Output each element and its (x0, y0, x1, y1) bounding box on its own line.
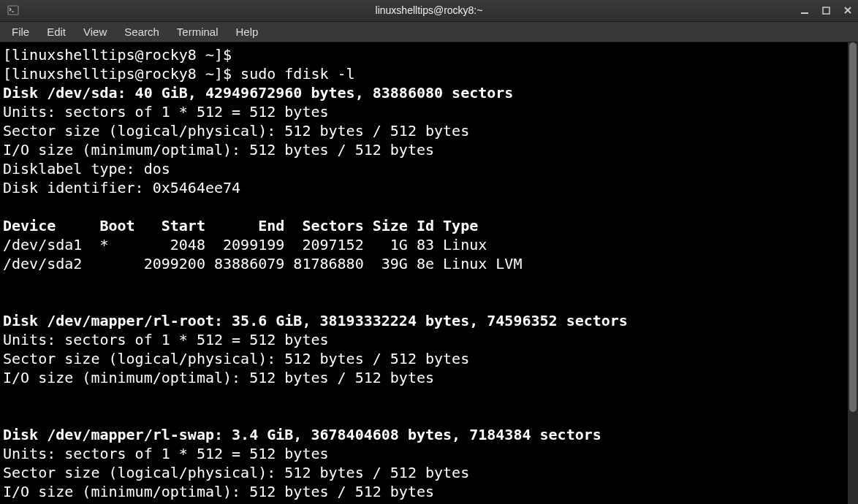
scrollbar[interactable] (848, 42, 858, 504)
command-text: sudo fdisk -l (240, 65, 355, 83)
titlebar: linuxshelltips@rocky8:~ (0, 0, 858, 22)
prompt-line-2: [linuxshelltips@rocky8 ~]$ (3, 65, 240, 83)
prompt-line-1: [linuxshelltips@rocky8 ~]$ (3, 46, 240, 64)
partition-row-1: /dev/sda1 * 2048 2099199 2097152 1G 83 L… (3, 236, 487, 253)
menubar: File Edit View Search Terminal Help (0, 22, 858, 42)
menu-file[interactable]: File (3, 23, 38, 41)
maximize-button[interactable] (822, 7, 830, 15)
disk2-header: Disk /dev/mapper/rl-root: 35.6 GiB, 3819… (3, 312, 628, 329)
terminal-output[interactable]: [linuxshelltips@rocky8 ~]$ [linuxshellti… (0, 42, 848, 504)
disk3-units: Units: sectors of 1 * 512 = 512 bytes (3, 445, 329, 462)
terminal-window: linuxshelltips@rocky8:~ File Edit View S… (0, 0, 858, 504)
menu-help[interactable]: Help (227, 23, 267, 41)
disk1-label: Disklabel type: dos (3, 160, 170, 177)
window-controls (800, 6, 852, 15)
disk3-header: Disk /dev/mapper/rl-swap: 3.4 GiB, 36784… (3, 426, 601, 443)
minimize-button[interactable] (800, 6, 809, 15)
disk3-sector: Sector size (logical/physical): 512 byte… (3, 464, 469, 481)
partition-row-2: /dev/sda2 2099200 83886079 81786880 39G … (3, 255, 522, 272)
disk3-io: I/O size (minimum/optimal): 512 bytes / … (3, 483, 434, 500)
close-button[interactable] (843, 6, 852, 15)
svg-rect-0 (8, 6, 18, 15)
disk2-sector: Sector size (logical/physical): 512 byte… (3, 350, 469, 367)
disk1-io: I/O size (minimum/optimal): 512 bytes / … (3, 141, 434, 159)
terminal-app-icon (6, 3, 20, 18)
disk2-units: Units: sectors of 1 * 512 = 512 bytes (3, 331, 329, 348)
menu-terminal[interactable]: Terminal (168, 23, 227, 41)
disk1-units: Units: sectors of 1 * 512 = 512 bytes (3, 103, 329, 121)
disk1-id: Disk identifier: 0x5464ee74 (3, 179, 240, 196)
disk1-sector: Sector size (logical/physical): 512 byte… (3, 122, 469, 140)
scrollbar-thumb[interactable] (849, 42, 857, 412)
svg-rect-3 (823, 7, 829, 14)
menu-view[interactable]: View (75, 23, 115, 41)
partition-table-header: Device Boot Start End Sectors Size Id Ty… (3, 217, 478, 234)
window-title: linuxshelltips@rocky8:~ (376, 4, 483, 16)
menu-edit[interactable]: Edit (38, 23, 75, 41)
terminal-area[interactable]: [linuxshelltips@rocky8 ~]$ [linuxshellti… (0, 42, 858, 504)
disk1-header: Disk /dev/sda: 40 GiB, 42949672960 bytes… (3, 84, 513, 102)
disk2-io: I/O size (minimum/optimal): 512 bytes / … (3, 369, 434, 386)
menu-search[interactable]: Search (115, 23, 168, 41)
